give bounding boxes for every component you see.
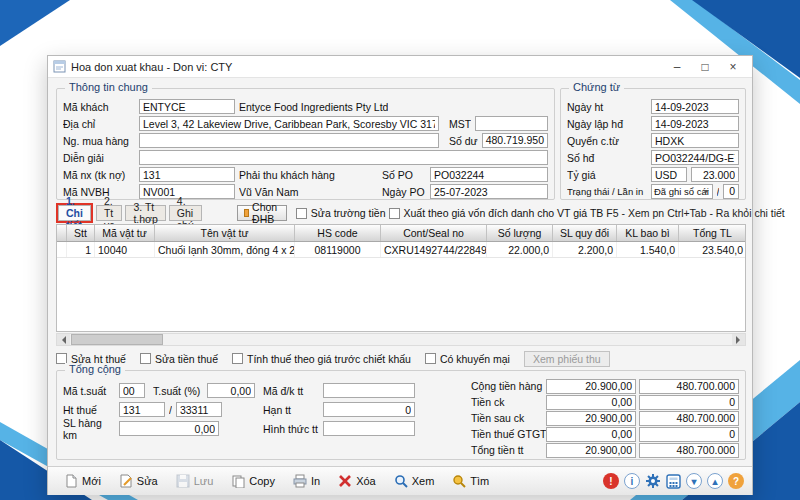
copy-button[interactable]: Copy: [223, 471, 283, 491]
tax-rate-code-input[interactable]: [119, 383, 145, 398]
new-button[interactable]: Mới: [56, 471, 109, 491]
tax-rate-input[interactable]: [207, 383, 255, 398]
column-header-ma-vat-tu[interactable]: Mã vật tư: [95, 225, 155, 241]
debit-account-label: Mã nx (tk nợ): [63, 169, 135, 181]
highlight-annotation: 1. Chi tiết: [56, 203, 93, 223]
posting-date-input[interactable]: [651, 99, 739, 114]
window-title: Hoa don xuat khau - Don vi: CTY: [71, 61, 663, 73]
goods-total-foreign: 20.900,00: [546, 379, 636, 394]
currency-input[interactable]: [651, 167, 687, 182]
printer-icon: [293, 474, 307, 488]
tax-account2-input[interactable]: [176, 402, 222, 417]
discount-label: Tiền ck: [471, 396, 543, 408]
tax-rate-label: T.suất (%): [153, 385, 203, 397]
print-button[interactable]: In: [285, 471, 328, 491]
payment-method-input[interactable]: [323, 421, 415, 436]
alert-icon[interactable]: !: [603, 473, 619, 489]
promo-qty-input[interactable]: [119, 421, 219, 436]
scroll-down-icon[interactable]: ▾: [686, 473, 702, 489]
view-magnifier-icon: [394, 474, 408, 488]
column-header-so-luong[interactable]: Số lượng: [487, 225, 553, 241]
view-button-label: Xem: [412, 475, 435, 487]
due-date-input[interactable]: [323, 402, 415, 417]
column-header-sl-quy-doi[interactable]: SL quy đổi: [553, 225, 617, 241]
column-header-hs-code[interactable]: HS code: [295, 225, 381, 241]
settings-gear-icon[interactable]: [645, 473, 661, 489]
exchange-rate-label: Tỷ giá: [567, 169, 647, 181]
find-button[interactable]: Tìm: [444, 471, 497, 491]
grid-horizontal-scrollbar[interactable]: [56, 333, 746, 346]
xem-phieu-thu-button[interactable]: Xem phiếu thu: [524, 351, 610, 367]
edit-button[interactable]: Sửa: [111, 471, 166, 491]
po-date-input[interactable]: [430, 184, 548, 199]
tab-tt-vc[interactable]: 2. Tt vc: [96, 205, 123, 221]
address-input[interactable]: [139, 116, 439, 131]
view-button[interactable]: Xem: [386, 471, 443, 491]
info-icon[interactable]: i: [624, 473, 640, 489]
calculator-icon[interactable]: [666, 474, 681, 489]
invoice-number-input[interactable]: [651, 150, 739, 165]
customer-code-input[interactable]: [139, 99, 235, 114]
address-label: Địa chỉ: [63, 118, 135, 130]
tab-chi-tiet[interactable]: 1. Chi tiết: [58, 205, 91, 221]
corner-decoration-top-left: [0, 0, 70, 46]
grand-total-foreign: 20.900,00: [546, 443, 636, 458]
after-discount-label: Tiền sau ck: [471, 412, 543, 424]
checkbox-label: Sửa trường tiền: [311, 207, 386, 219]
scroll-up-icon[interactable]: ▴: [707, 473, 723, 489]
help-icon[interactable]: ?: [728, 473, 744, 489]
scroll-right-button[interactable]: [732, 334, 745, 345]
checkbox-icon: [389, 208, 400, 219]
promo-qty-label: SL hàng km: [63, 417, 115, 441]
find-button-label: Tìm: [470, 475, 489, 487]
save-button-label: Lưu: [194, 475, 214, 487]
grand-total-vnd: 480.700.000: [639, 443, 739, 458]
save-floppy-icon: [176, 474, 190, 488]
close-button[interactable]: ×: [719, 57, 747, 77]
invoice-date-input[interactable]: [651, 116, 739, 131]
tax-account-input[interactable]: [119, 402, 165, 417]
column-header-kl-bao-bi[interactable]: KL bao bì: [617, 225, 679, 241]
po-number-input[interactable]: [430, 167, 548, 182]
row-selector-header[interactable]: [57, 225, 67, 241]
due-date-label: Hạn tt: [263, 404, 319, 416]
column-header-tong-tl[interactable]: Tổng TL: [679, 225, 746, 241]
checkbox-sua-truong-tien[interactable]: Sửa trường tiền: [296, 207, 386, 219]
delete-button[interactable]: Xóa: [330, 471, 384, 491]
status-icon-cluster: ! i ▾ ▴ ?: [603, 473, 744, 489]
totals-group-title: Tổng cộng: [65, 363, 125, 375]
f5-hint: F5 - Xem pn: [606, 207, 664, 219]
buyer-input[interactable]: [139, 133, 439, 148]
save-button[interactable]: Lưu: [168, 471, 222, 491]
payment-term-code-label: Mã đ/k tt: [263, 385, 319, 397]
exchange-rate-input[interactable]: [691, 167, 739, 182]
checkbox-xuat-theo-gia[interactable]: Xuất theo giá vốn đích danh cho VT giá T…: [389, 207, 604, 219]
column-header-ten-vat-tu[interactable]: Tên vật tư: [155, 225, 295, 241]
description-input[interactable]: [139, 150, 548, 165]
payment-term-code-input[interactable]: [323, 383, 415, 398]
checkbox-co-khuyen-mai[interactable]: Có khuyến mại: [425, 353, 510, 365]
book-code-input[interactable]: [651, 133, 739, 148]
chon-dhb-button[interactable]: Chọn ĐHB: [237, 205, 287, 221]
table-row[interactable]: 1 10040 Chuối lạnh 30mm, đóng 4 x 2.5k 0…: [57, 242, 745, 258]
tab-tt-thop[interactable]: 3. Tt t.hợp: [125, 205, 165, 221]
status-combo[interactable]: Đã ghi sổ cái: [651, 184, 713, 199]
maximize-button[interactable]: □: [691, 57, 719, 77]
column-header-cont-seal[interactable]: Cont/Seal no: [381, 225, 487, 241]
scrollbar-thumb[interactable]: [71, 334, 163, 345]
checkbox-sua-tien-thue[interactable]: Sửa tiền thuế: [140, 353, 218, 365]
checkbox-icon: [296, 208, 307, 219]
tax-id-input[interactable]: [475, 116, 548, 131]
tab-ghi-chu[interactable]: 4. Ghi chú: [169, 205, 202, 221]
debit-account-input[interactable]: [139, 167, 235, 182]
column-header-stt[interactable]: Stt: [67, 225, 95, 241]
checkbox-tinh-thue[interactable]: Tính thuế theo giá trước chiết khấu: [232, 353, 411, 365]
copy-button-label: Copy: [249, 475, 275, 487]
scroll-left-button[interactable]: [57, 334, 70, 345]
document-group-title: Chứng từ: [569, 81, 624, 93]
tax-options-bar: Sửa ht thuế Sửa tiền thuế Tính thuế theo…: [56, 350, 746, 367]
minimize-button[interactable]: –: [663, 57, 691, 77]
window-icon: [53, 60, 66, 73]
cell-ten-vat-tu: Chuối lạnh 30mm, đóng 4 x 2.5k: [155, 242, 295, 257]
vat-vnd: 0: [639, 427, 739, 442]
